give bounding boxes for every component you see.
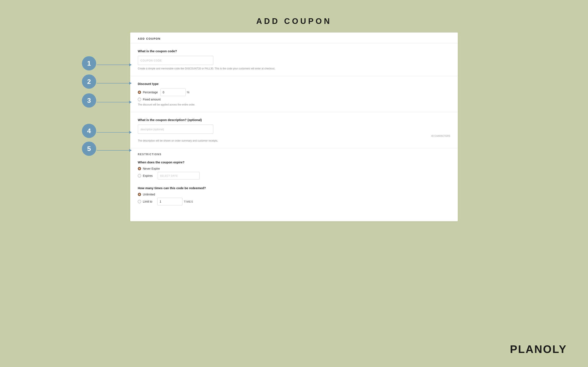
limit-to-row: Limit to TIMES xyxy=(138,198,450,205)
step-bubble-3: 3 xyxy=(82,93,96,108)
limit-times-input[interactable] xyxy=(157,198,182,205)
expiry-label: When does the coupon expire? xyxy=(138,160,450,164)
main-card: ADD COUPON What is the coupon code? Crea… xyxy=(130,33,458,221)
discount-type-section: Discount type Percentage % Fixed amount … xyxy=(130,76,458,112)
description-section: What is the coupon description? (optiona… xyxy=(130,112,458,148)
step-bubble-1: 1 xyxy=(82,56,96,70)
redemption-group: How many times can this code be redeemed… xyxy=(138,186,450,205)
step-arrow-1 xyxy=(97,63,132,66)
percentage-label: Percentage xyxy=(143,91,158,94)
step-bubble-5: 5 xyxy=(82,142,96,156)
step-arrow-2 xyxy=(97,82,132,85)
step-arrow-3 xyxy=(97,101,132,104)
discount-helper: The discount will be applied across the … xyxy=(138,103,450,106)
expires-row: Expires xyxy=(138,172,450,180)
description-helper: The description will be shown on order s… xyxy=(138,139,450,142)
never-expire-row: Never Expire xyxy=(138,167,450,170)
never-expire-radio[interactable] xyxy=(138,167,141,170)
fixed-amount-label: Fixed amount xyxy=(143,98,161,101)
never-expire-label: Never Expire xyxy=(143,167,160,170)
percentage-row: Percentage % xyxy=(138,89,450,96)
limit-to-radio[interactable] xyxy=(138,200,141,203)
percentage-value-input[interactable] xyxy=(160,89,186,96)
restrictions-header: RESTRICTIONS xyxy=(138,153,450,156)
step-bubble-2: 2 xyxy=(82,75,96,89)
unlimited-radio[interactable] xyxy=(138,193,141,196)
percentage-radio[interactable] xyxy=(138,91,141,94)
char-count-wrap: 40 CHARACTERS xyxy=(138,135,450,137)
char-count: 40 CHARACTERS xyxy=(431,135,450,137)
expires-radio[interactable] xyxy=(138,174,141,177)
fixed-amount-row: Fixed amount xyxy=(138,98,450,101)
times-input-wrap: TIMES xyxy=(157,198,193,205)
step-bubble-4: 4 xyxy=(82,124,96,138)
page-title: ADD COUPON xyxy=(0,0,588,26)
limit-to-label: Limit to xyxy=(143,200,152,203)
description-input[interactable] xyxy=(138,125,213,134)
coupon-code-input[interactable] xyxy=(138,56,213,65)
step-arrow-4 xyxy=(97,131,132,134)
coupon-code-section: What is the coupon code? Create a simple… xyxy=(130,43,458,76)
unlimited-label: Unlimited xyxy=(143,193,155,196)
expires-label: Expires xyxy=(143,174,153,177)
fixed-amount-radio[interactable] xyxy=(138,98,141,101)
description-label: What is the coupon description? (optiona… xyxy=(138,118,450,122)
restrictions-section: RESTRICTIONS When does the coupon expire… xyxy=(130,148,458,213)
step-arrow-5 xyxy=(97,149,132,152)
card-section-header: ADD COUPON xyxy=(130,33,458,43)
times-label: TIMES xyxy=(184,200,193,203)
date-input[interactable] xyxy=(158,172,200,180)
discount-type-label: Discount type xyxy=(138,82,450,86)
coupon-code-label: What is the coupon code? xyxy=(138,49,450,53)
coupon-code-helper: Create a simple and memorable code like … xyxy=(138,67,450,70)
percentage-unit: % xyxy=(187,91,190,94)
unlimited-row: Unlimited xyxy=(138,193,450,196)
planoly-logo: PLANOLY xyxy=(510,343,567,355)
percentage-input-wrap: % xyxy=(160,89,190,96)
redemption-label: How many times can this code be redeemed… xyxy=(138,186,450,190)
expiry-group: When does the coupon expire? Never Expir… xyxy=(138,160,450,180)
